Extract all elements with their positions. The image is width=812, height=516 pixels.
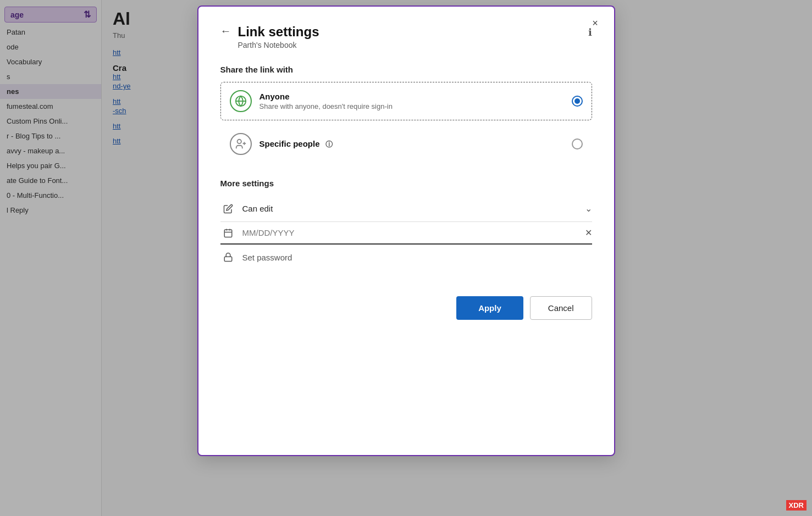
date-row: ✕: [220, 222, 592, 245]
share-section-label: Share the link with: [220, 65, 592, 74]
svg-rect-5: [224, 230, 232, 237]
date-clear-button[interactable]: ✕: [585, 228, 592, 238]
back-button[interactable]: ←: [220, 25, 231, 36]
share-options-section: Share the link with Anyone Share with an…: [220, 65, 592, 163]
cancel-button[interactable]: Cancel: [530, 296, 592, 320]
share-option-anyone[interactable]: Anyone Share with anyone, doesn't requir…: [220, 82, 592, 120]
anyone-desc: Share with anyone, doesn't require sign-…: [259, 102, 572, 110]
calendar-icon: [220, 228, 236, 238]
anyone-radio[interactable]: [572, 96, 583, 107]
set-password-row[interactable]: Set password: [220, 245, 592, 270]
specific-info-icon: ⓘ: [325, 140, 333, 148]
anyone-option-text: Anyone Share with anyone, doesn't requir…: [259, 92, 572, 110]
dialog-title-block: Link settings Parth's Notebook: [238, 24, 588, 49]
people-icon: [230, 133, 252, 155]
close-button[interactable]: ×: [588, 15, 603, 31]
dialog-header: ← Link settings Parth's Notebook ℹ: [220, 24, 592, 49]
lock-icon: [220, 252, 236, 262]
specific-title: Specific people ⓘ: [259, 139, 572, 149]
apply-button[interactable]: Apply: [456, 296, 523, 320]
anyone-title: Anyone: [259, 92, 572, 101]
dialog-title: Link settings: [238, 24, 588, 40]
chevron-down-icon: ⌄: [585, 203, 592, 214]
globe-icon: [230, 90, 252, 112]
date-input[interactable]: [242, 228, 585, 237]
share-option-specific[interactable]: Specific people ⓘ: [220, 125, 592, 163]
can-edit-row[interactable]: Can edit ⌄: [220, 196, 592, 222]
more-settings-section: More settings Can edit ⌄: [220, 179, 592, 270]
specific-option-text: Specific people ⓘ: [259, 139, 572, 149]
svg-point-2: [237, 140, 241, 143]
xda-box-text: XDR: [786, 500, 807, 511]
svg-rect-9: [224, 257, 232, 261]
can-edit-label: Can edit: [242, 204, 585, 213]
dialog-footer: Apply Cancel: [220, 296, 592, 320]
more-settings-label: More settings: [220, 179, 592, 188]
set-password-label: Set password: [242, 253, 292, 262]
modal-overlay: × ← Link settings Parth's Notebook ℹ Sha…: [0, 0, 812, 516]
dialog-subtitle: Parth's Notebook: [238, 41, 588, 49]
edit-icon: [220, 204, 236, 214]
xda-watermark: XDR: [786, 500, 807, 511]
specific-radio[interactable]: [572, 138, 583, 149]
link-settings-dialog: × ← Link settings Parth's Notebook ℹ Sha…: [197, 5, 615, 456]
